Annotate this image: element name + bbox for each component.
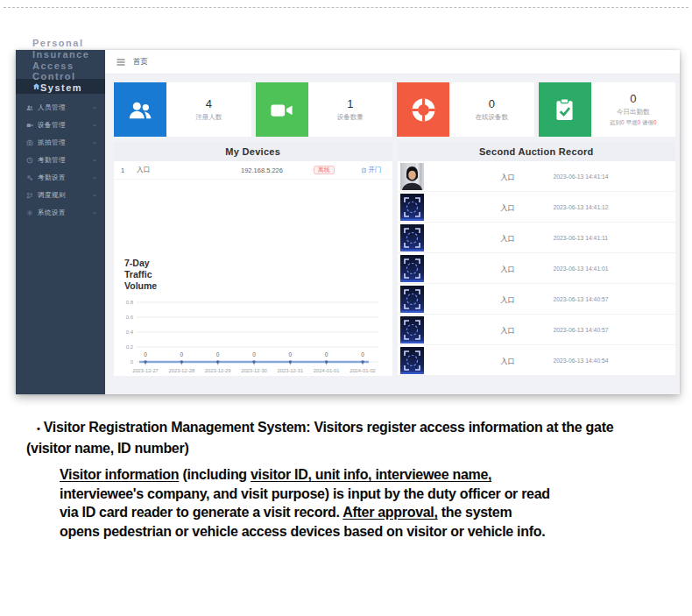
note-paragraph-2-line: Visitor information (including visitor I… (60, 465, 659, 485)
clock-icon (26, 157, 33, 164)
cogs-icon (26, 174, 33, 181)
stat-value: 0 (630, 92, 636, 105)
svg-text:2023-12-31: 2023-12-31 (278, 368, 304, 373)
record-time: 2023-06-13 14:41:01 (554, 266, 609, 272)
svg-text:0: 0 (252, 351, 256, 358)
stat-value: 0 (489, 97, 495, 110)
stat-value: 4 (206, 97, 212, 110)
svg-text:2024-01-02: 2024-01-02 (350, 368, 376, 373)
record-list: 入口2023-06-13 14:41:14入口2023-06-13 14:41:… (398, 161, 676, 376)
stat-card: 0在线设备数 (397, 82, 534, 137)
note-paragraph-2-line: interviewee's company, and visit purpose… (60, 485, 659, 504)
traffic-chart: 00.20.40.60.802023-12-2702023-12-2802023… (114, 295, 392, 376)
svg-text:2023-12-30: 2023-12-30 (241, 368, 267, 373)
sidebar-item-home[interactable] (16, 79, 105, 94)
record-door: 入口 (501, 326, 515, 336)
chevron-down-icon (92, 210, 97, 216)
record-row: 入口2023-06-13 14:41:01 (398, 253, 676, 284)
main-header: 首页 (105, 50, 680, 74)
breadcrumb[interactable]: 首页 (133, 57, 148, 67)
sidebar-item-label: 系统设置 (38, 209, 88, 217)
stat-text: 1设备数量 (308, 82, 393, 137)
stat-sub-counters: 迟到0 早退0 请假0 (610, 119, 657, 127)
device-status-badge: 离线 (314, 166, 335, 175)
stat-label: 注册人数 (195, 113, 222, 122)
gear-icon (26, 209, 33, 216)
svg-text:0: 0 (216, 351, 220, 358)
stats-row: 4注册人数1设备数量0在线设备数0今日出勤数迟到0 早退0 请假0 (114, 82, 675, 137)
content: 4注册人数1设备数量0在线设备数0今日出勤数迟到0 早退0 请假0 My Dev… (105, 74, 680, 394)
record-time: 2023-06-13 14:41:14 (554, 173, 609, 180)
svg-text:0.4: 0.4 (126, 329, 134, 335)
record-row: 入口2023-06-13 14:40:54 (398, 345, 676, 376)
buoy-icon (397, 82, 449, 137)
users-icon (26, 104, 33, 111)
sidebar-item[interactable]: 考勤管理 (16, 152, 105, 169)
sidebar-item-label: 设备管理 (38, 121, 88, 130)
sidebar-item[interactable]: 设备管理 (16, 117, 105, 134)
record-door: 入口 (501, 357, 515, 366)
hamburger-icon[interactable] (116, 57, 126, 67)
record-row: 入口2023-06-13 14:40:57 (398, 284, 676, 315)
bullet: • (37, 423, 40, 434)
panels-row: My Devices 1入口192.168.5.226离线开门 7-Day Tr… (114, 142, 675, 376)
device-row: 1入口192.168.5.226离线开门 (114, 161, 392, 180)
device-index: 1 (121, 166, 137, 174)
svg-text:0.2: 0.2 (126, 344, 134, 350)
stat-card: 0今日出勤数迟到0 早退0 请假0 (539, 82, 676, 137)
svg-text:0: 0 (144, 351, 147, 358)
sidebar-item[interactable]: 人员管理 (16, 99, 105, 117)
device-table: 1入口192.168.5.226离线开门 (114, 161, 392, 180)
record-door: 入口 (501, 203, 515, 213)
record-row: 入口2023-06-13 14:41:14 (398, 161, 676, 192)
record-door: 入口 (501, 265, 515, 274)
record-door: 入口 (501, 234, 515, 244)
stat-text: 0在线设备数 (449, 82, 534, 137)
sidebar: PersonalInsuranceAccessControlSystem 人员管… (16, 50, 105, 394)
note-paragraph-1: • Visitor Registration Management System… (26, 418, 659, 457)
sidebar-menu: 人员管理设备管理抓拍管理考勤管理考勤设置调度规则系统设置 (16, 50, 105, 222)
face-scan-icon (400, 194, 424, 221)
sidebar-item[interactable]: 抓拍管理 (16, 134, 105, 152)
record-row: 入口2023-06-13 14:41:12 (398, 192, 676, 223)
capture-icon (26, 139, 33, 146)
sidebar-item[interactable]: 调度规则 (16, 187, 105, 204)
svg-text:2023-12-28: 2023-12-28 (169, 368, 195, 373)
notes-section: • Visitor Registration Management System… (26, 418, 659, 541)
rule-icon (26, 192, 33, 199)
open-door-label: 开门 (369, 166, 382, 174)
svg-text:2024-01-01: 2024-01-01 (314, 368, 340, 373)
chevron-down-icon (92, 140, 97, 145)
svg-text:0.8: 0.8 (126, 300, 134, 305)
note-paragraph-2: Visitor information (including visitor I… (60, 465, 659, 541)
chevron-down-icon (92, 105, 97, 110)
device-ip: 192.168.5.226 (210, 166, 314, 174)
note-paragraph-2-line: via ID card reader to generate a visit r… (60, 503, 659, 522)
face-scan-icon (400, 316, 424, 343)
system-title-line: Personal (32, 38, 89, 49)
sidebar-item-label: 考勤设置 (38, 173, 88, 182)
home-icon (32, 82, 40, 90)
svg-text:2023-12-27: 2023-12-27 (132, 368, 159, 373)
svg-text:0: 0 (131, 359, 134, 365)
sidebar-item[interactable]: 系统设置 (16, 204, 105, 222)
note-paragraph-2-line: opens pedestrian or vehicle access devic… (60, 522, 659, 542)
my-devices-title: My Devices (114, 142, 392, 161)
record-time: 2023-06-13 14:40:57 (554, 296, 609, 302)
record-time: 2023-06-13 14:41:12 (554, 204, 609, 210)
clipboard-icon (539, 82, 591, 137)
chevron-down-icon (92, 123, 97, 128)
record-time: 2023-06-13 14:41:11 (554, 235, 609, 241)
stat-card: 1设备数量 (256, 82, 393, 137)
sidebar-item[interactable]: 考勤设置 (16, 169, 105, 187)
camera-icon (26, 122, 33, 129)
auction-record-title: Second Auction Record (398, 142, 676, 161)
record-time: 2023-06-13 14:40:57 (554, 327, 609, 333)
page: PersonalInsuranceAccessControlSystem 人员管… (0, 0, 692, 616)
face-scan-icon (400, 255, 424, 282)
users-icon (114, 82, 166, 137)
open-door-button[interactable]: 开门 (361, 166, 382, 174)
chevron-down-icon (92, 193, 97, 198)
record-door: 入口 (501, 295, 515, 305)
chevron-down-icon (92, 158, 97, 163)
